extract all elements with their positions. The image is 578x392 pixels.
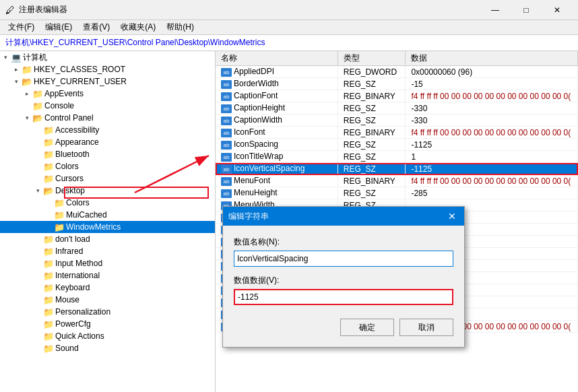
reg-type: REG_BINARY (338, 175, 406, 187)
tree-item-control-panel[interactable]: ▾📂Control Panel (0, 112, 215, 124)
expand-icon-windowmetrics[interactable] (43, 222, 54, 232)
col-data[interactable]: 数据 (406, 51, 578, 66)
tree-item-windowmetrics[interactable]: 📁WindowMetrics (0, 221, 215, 233)
tree-label-console: Console (44, 101, 74, 110)
expand-icon-personalization[interactable] (32, 306, 43, 317)
expand-icon-quickactions[interactable] (32, 331, 43, 341)
expand-icon-console[interactable] (22, 100, 32, 111)
expand-icon-sound[interactable] (32, 343, 43, 354)
expand-icon-international[interactable] (32, 270, 43, 281)
col-name[interactable]: 名称 (216, 51, 338, 66)
dialog-value-label: 数值数据(V): (234, 275, 453, 286)
expand-icon-appearance[interactable] (32, 137, 43, 148)
tree-label-accessibility: Accessibility (55, 125, 99, 135)
reg-type: REG_DWORD (338, 66, 406, 78)
dialog-close-button[interactable]: ✕ (445, 209, 459, 223)
reg-data: f4 ff ff ff 00 00 00 00 00 00 00 00 00 0… (406, 127, 578, 139)
table-row[interactable]: abAppliedDPIREG_DWORD0x00000060 (96) (216, 66, 578, 78)
tree-item-quickactions[interactable]: 📁Quick Actions (0, 330, 215, 342)
dialog-value-input[interactable] (234, 289, 453, 305)
expand-icon-colors2[interactable] (43, 197, 54, 208)
menu-file[interactable]: 文件(F) (3, 20, 40, 34)
tree-item-keyboard[interactable]: 📁Keyboard (0, 282, 215, 294)
folder-icon-dontload: 📁 (43, 234, 54, 244)
col-type[interactable]: 类型 (338, 51, 406, 66)
dialog-cancel-button[interactable]: 取消 (399, 319, 453, 336)
expand-icon-accessibility[interactable] (32, 125, 43, 135)
reg-data: -15 (406, 78, 578, 90)
expand-icon-hkey-current-user[interactable]: ▾ (11, 76, 22, 87)
tree-item-mouse[interactable]: 📁Mouse (0, 294, 215, 306)
expand-icon-appevents[interactable]: ▸ (22, 88, 32, 99)
folder-icon-control-panel: 📂 (32, 113, 43, 123)
table-row[interactable]: abIconVerticalSpacingREG_SZ-1125 (216, 163, 578, 175)
tree-item-bluetooth[interactable]: 📁Bluetooth (0, 148, 215, 160)
tree-item-appevents[interactable]: ▸📁AppEvents (0, 88, 215, 100)
expand-icon-hkey-classes-root[interactable]: ▸ (11, 64, 22, 75)
reg-type-icon: ab (221, 117, 232, 125)
reg-name: MenuFont (234, 176, 270, 185)
close-button[interactable]: ✕ (542, 0, 573, 20)
tree-item-colors[interactable]: 📁Colors (0, 160, 215, 172)
tree-item-muicached[interactable]: 📁MuiCached (0, 209, 215, 221)
expand-icon-computer[interactable]: ▾ (0, 52, 11, 63)
tree-item-international[interactable]: 📁International (0, 269, 215, 282)
minimize-button[interactable]: — (480, 0, 511, 20)
menu-view[interactable]: 查看(V) (77, 20, 115, 34)
tree-label-international: International (55, 271, 100, 280)
expand-icon-muicached[interactable] (43, 209, 54, 220)
table-row[interactable]: abMenuFontREG_BINARYf4 ff ff ff 00 00 00… (216, 175, 578, 187)
tree-item-inputmethod[interactable]: 📁Input Method (0, 257, 215, 269)
tree-item-appearance[interactable]: 📁Appearance (0, 136, 215, 148)
table-row[interactable]: abCaptionHeightREG_SZ-330 (216, 102, 578, 115)
tree-item-hkey-current-user[interactable]: ▾📂HKEY_CURRENT_USER (0, 75, 215, 88)
menu-favorites[interactable]: 收藏夹(A) (115, 20, 161, 34)
tree-item-console[interactable]: 📁Console (0, 100, 215, 112)
menu-help[interactable]: 帮助(H) (161, 20, 199, 34)
app-icon: 🖊 (5, 5, 15, 15)
reg-data: f4 ff ff ff 00 00 00 00 00 00 00 00 00 0… (406, 90, 578, 102)
table-row[interactable]: abCaptionFontREG_BINARYf4 ff ff ff 00 00… (216, 90, 578, 102)
expand-icon-inputmethod[interactable] (32, 258, 43, 269)
folder-icon-computer: 💻 (11, 53, 22, 63)
reg-name: IconTitleWrap (234, 152, 283, 161)
tree-item-infrared[interactable]: 📁Infrared (0, 245, 215, 257)
dialog-name-input[interactable] (234, 251, 453, 267)
expand-icon-mouse[interactable] (32, 294, 43, 305)
tree-item-dontload[interactable]: 📁don't load (0, 233, 215, 245)
tree-item-cursors[interactable]: 📁Cursors (0, 172, 215, 185)
folder-icon-quickactions: 📁 (43, 331, 54, 341)
table-row[interactable]: abBorderWidthREG_SZ-15 (216, 78, 578, 90)
table-row[interactable]: abIconSpacingREG_SZ-1125 (216, 139, 578, 151)
menu-edit[interactable]: 编辑(E) (40, 20, 77, 34)
tree-item-sound[interactable]: 📁Sound (0, 342, 215, 354)
tree-item-personalization[interactable]: 📁Personalization (0, 306, 215, 318)
maximize-button[interactable]: □ (511, 0, 542, 20)
table-row[interactable]: abCaptionWidthREG_SZ-330 (216, 115, 578, 127)
tree-item-desktop[interactable]: ▾📂Desktop (0, 185, 215, 197)
folder-icon-infrared: 📁 (43, 247, 54, 257)
expand-icon-desktop[interactable]: ▾ (32, 185, 43, 196)
tree-item-powercfg[interactable]: 📁PowerCfg (0, 318, 215, 330)
expand-icon-powercfg[interactable] (32, 319, 43, 329)
reg-type: REG_SZ (338, 115, 406, 127)
window-controls[interactable]: — □ ✕ (480, 0, 573, 20)
dialog-title-bar: 编辑字符串 ✕ (223, 207, 464, 226)
expand-icon-dontload[interactable] (32, 234, 43, 244)
tree-item-hkey-classes-root[interactable]: ▸📁HKEY_CLASSES_ROOT (0, 63, 215, 75)
tree-item-computer[interactable]: ▾💻计算机 (0, 51, 215, 63)
reg-data: 0x00000060 (96) (406, 66, 578, 78)
dialog-ok-button[interactable]: 确定 (340, 319, 394, 336)
tree-item-accessibility[interactable]: 📁Accessibility (0, 124, 215, 136)
tree-item-colors2[interactable]: 📁Colors (0, 197, 215, 209)
table-row[interactable]: abMenuHeightREG_SZ-285 (216, 187, 578, 199)
table-row[interactable]: abIconTitleWrapREG_SZ1 (216, 151, 578, 163)
expand-icon-control-panel[interactable]: ▾ (22, 112, 32, 123)
expand-icon-bluetooth[interactable] (32, 149, 43, 160)
table-row[interactable]: abIconFontREG_BINARYf4 ff ff ff 00 00 00… (216, 127, 578, 139)
expand-icon-keyboard[interactable] (32, 282, 43, 293)
expand-icon-cursors[interactable] (32, 173, 43, 184)
reg-data: -1125 (406, 139, 578, 151)
expand-icon-colors[interactable] (32, 161, 43, 172)
expand-icon-infrared[interactable] (32, 246, 43, 257)
